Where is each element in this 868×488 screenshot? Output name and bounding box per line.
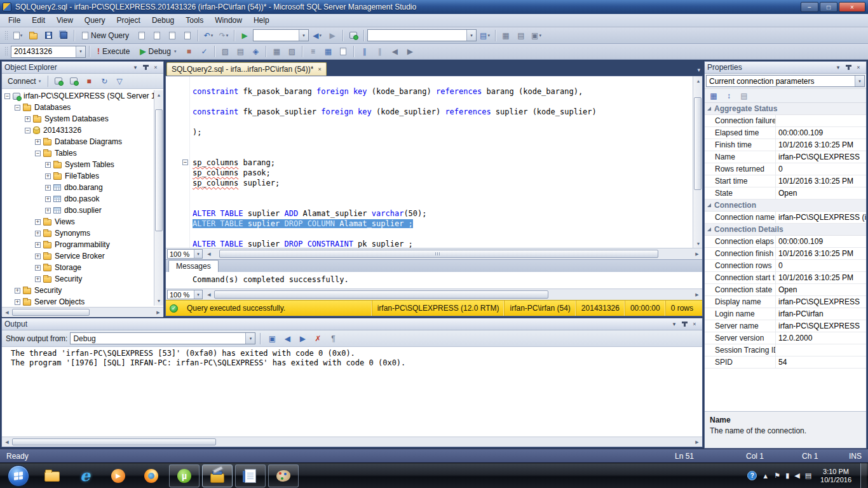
new-file-icon[interactable]: ▾ bbox=[11, 29, 25, 42]
minimize-button[interactable]: − bbox=[801, 2, 818, 12]
messages-horizontal-scrollbar[interactable] bbox=[214, 290, 692, 299]
redo-icon[interactable]: ↷▾ bbox=[217, 29, 231, 42]
code-line[interactable]: sp_columns suplier; bbox=[166, 178, 693, 188]
menu-tools[interactable]: Tools bbox=[180, 15, 209, 26]
tree-expand-plus-icon[interactable]: + bbox=[35, 254, 41, 259]
debug-dropdown-arrow[interactable]: ▾ bbox=[174, 49, 177, 54]
code-editor[interactable]: constraint fk_pasok_barang foreign key (… bbox=[166, 76, 702, 248]
tree-node-security[interactable]: +Security bbox=[2, 273, 163, 285]
close-icon[interactable]: × bbox=[151, 63, 161, 72]
maximize-button[interactable]: □ bbox=[820, 2, 837, 12]
volume-icon[interactable]: ◀ bbox=[794, 471, 799, 480]
tree-node-dbo-barang[interactable]: +dbo.barang bbox=[2, 182, 163, 193]
database-engine-query-icon[interactable] bbox=[135, 29, 149, 42]
property-row[interactable]: Connection finish10/1/2016 3:10:25 PM bbox=[705, 248, 866, 260]
tb1-grip[interactable] bbox=[4, 30, 8, 41]
query-options-icon[interactable]: ▤ bbox=[233, 45, 247, 58]
property-row[interactable]: Nameirfan-PC\SQLEXPRESS bbox=[705, 151, 866, 163]
tree-expand-minus-icon[interactable]: − bbox=[35, 151, 41, 156]
object-explorer-titlebar[interactable]: Object Explorer ▾ × bbox=[2, 62, 163, 74]
property-row[interactable]: Server nameirfan-PC\SQLEXPRESS bbox=[705, 320, 866, 332]
available-databases-combo[interactable]: 201431326▾ bbox=[11, 46, 86, 58]
scroll-thumb[interactable] bbox=[12, 309, 90, 316]
analysis-services-mdx-query-icon[interactable] bbox=[150, 29, 164, 42]
network-icon[interactable]: ▤ bbox=[805, 471, 811, 480]
debug-button[interactable]: ▶Debug▾ bbox=[135, 45, 180, 58]
property-category[interactable]: Aggregate Status bbox=[705, 103, 866, 115]
menu-file[interactable]: File bbox=[3, 15, 26, 26]
scroll-right-button[interactable]: ▶ bbox=[692, 437, 702, 447]
taskbar-media-player-button[interactable]: ▶ bbox=[103, 464, 133, 487]
menu-view[interactable]: View bbox=[51, 15, 79, 26]
scroll-thumb[interactable] bbox=[214, 290, 548, 299]
include-actual-execution-plan-icon[interactable]: ▦ bbox=[269, 45, 283, 58]
new-query-button[interactable]: New Query bbox=[78, 29, 133, 42]
property-row[interactable]: SPID54 bbox=[705, 356, 866, 369]
code-line[interactable]: ALTER TABLE suplier ADD Alamat_suplier v… bbox=[166, 208, 693, 219]
tree-node-databases[interactable]: −Databases bbox=[2, 102, 163, 113]
property-row[interactable]: Connection failure bbox=[705, 115, 866, 127]
messages-zoom-combo[interactable]: 100 % ▾ bbox=[167, 290, 203, 299]
taskbar-firefox-button[interactable] bbox=[136, 464, 166, 487]
menu-debug[interactable]: Debug bbox=[146, 15, 180, 26]
cancel-executing-query-icon[interactable]: ■ bbox=[182, 45, 196, 58]
disconnect-server-icon[interactable] bbox=[67, 75, 81, 88]
output-source-dropdown-arrow[interactable]: ▾ bbox=[245, 333, 255, 344]
property-row[interactable]: StateOpen bbox=[705, 187, 866, 200]
navigate-forward-icon[interactable]: ▶ bbox=[325, 29, 339, 42]
connect-button[interactable]: Connect ▾ bbox=[4, 76, 44, 86]
code-line[interactable]: sp_columns pasok; bbox=[166, 168, 693, 178]
property-row[interactable]: Connection rows0 bbox=[705, 260, 866, 272]
zoom-dropdown-arrow[interactable]: ▾ bbox=[194, 250, 202, 258]
scroll-left-button[interactable]: ◀ bbox=[204, 289, 214, 300]
find-message-icon[interactable]: ▣ bbox=[265, 332, 279, 345]
code-line[interactable]: ); bbox=[166, 127, 693, 137]
properties-titlebar[interactable]: Properties ▾ × bbox=[705, 62, 866, 74]
scroll-track[interactable] bbox=[154, 100, 163, 296]
show-hidden-icons-icon[interactable]: ▲ bbox=[762, 472, 769, 480]
tree-expand-plus-icon[interactable]: + bbox=[45, 208, 51, 214]
object-explorer-details-dropdown-arrow[interactable]: ▾ bbox=[539, 33, 541, 38]
new-file-dropdown-arrow[interactable]: ▾ bbox=[20, 33, 23, 38]
save-icon[interactable] bbox=[41, 29, 55, 42]
property-row[interactable]: Display nameirfan-PC\SQLEXPRESS bbox=[705, 296, 866, 308]
zoom-dropdown-arrow[interactable]: ▾ bbox=[194, 290, 202, 299]
available-databases-combo-dropdown-arrow[interactable]: ▾ bbox=[76, 46, 85, 57]
scroll-left-button[interactable]: ◀ bbox=[204, 248, 214, 259]
tree-node-service-broker[interactable]: +Service Broker bbox=[2, 250, 163, 262]
tree-expand-plus-icon[interactable]: + bbox=[45, 196, 51, 202]
execute-button[interactable]: !Execute bbox=[93, 45, 134, 58]
stop-icon[interactable]: ■ bbox=[82, 75, 96, 88]
property-row[interactable]: Elapsed time00:00:00.109 bbox=[705, 127, 866, 139]
help-icon[interactable]: ? bbox=[747, 471, 757, 480]
tree-expand-plus-icon[interactable]: + bbox=[35, 139, 41, 145]
power-icon[interactable]: ▮ bbox=[785, 471, 789, 480]
property-row[interactable]: Start time10/1/2016 3:10:25 PM bbox=[705, 175, 866, 187]
decrease-indent-icon[interactable]: ◀ bbox=[388, 45, 402, 58]
tree-expand-plus-icon[interactable]: + bbox=[35, 231, 41, 236]
scroll-right-button[interactable]: ▶ bbox=[692, 289, 702, 300]
titlebar[interactable]: SQLQuery2.sql - irfan-PC\SQLEXPRESS.2014… bbox=[0, 0, 868, 14]
uncomment-selected-lines-icon[interactable]: ∥ bbox=[372, 45, 386, 58]
code-line[interactable]: ALTER TABLE suplier DROP CONSTRAINT pk_s… bbox=[166, 239, 693, 248]
undo-dropdown-arrow[interactable]: ▾ bbox=[211, 33, 214, 38]
property-row[interactable]: Connection stateOpen bbox=[705, 284, 866, 296]
code-line[interactable] bbox=[166, 198, 693, 208]
property-row[interactable]: Connection start t10/1/2016 3:10:25 PM bbox=[705, 272, 866, 284]
close-icon[interactable]: × bbox=[689, 320, 700, 329]
find-icon[interactable]: ▤▾ bbox=[478, 29, 492, 42]
tree-expand-plus-icon[interactable]: + bbox=[45, 185, 51, 191]
pin-icon[interactable] bbox=[140, 63, 151, 72]
output-titlebar[interactable]: Output ▾ × bbox=[2, 318, 702, 330]
toggle-word-wrap-icon[interactable]: ¶ bbox=[326, 332, 340, 345]
results-to-text-icon[interactable]: ≡ bbox=[306, 45, 320, 58]
tree-node-system-tables[interactable]: +System Tables bbox=[2, 159, 163, 170]
tab-close-icon[interactable]: × bbox=[318, 66, 321, 72]
debug-target-combo-dropdown-arrow[interactable]: ▾ bbox=[299, 30, 308, 41]
search-combo-dropdown-arrow[interactable]: ▾ bbox=[466, 30, 476, 41]
tab-sqlquery2[interactable]: SQLQuery2.sql - irfa...irfan-PC\irfan (5… bbox=[166, 62, 327, 76]
tree-expand-plus-icon[interactable]: + bbox=[45, 173, 51, 179]
code-line[interactable]: −sp_columns barang; bbox=[166, 158, 693, 168]
property-row[interactable]: Finish time10/1/2016 3:10:25 PM bbox=[705, 139, 866, 151]
property-category[interactable]: Connection Details bbox=[705, 224, 866, 236]
